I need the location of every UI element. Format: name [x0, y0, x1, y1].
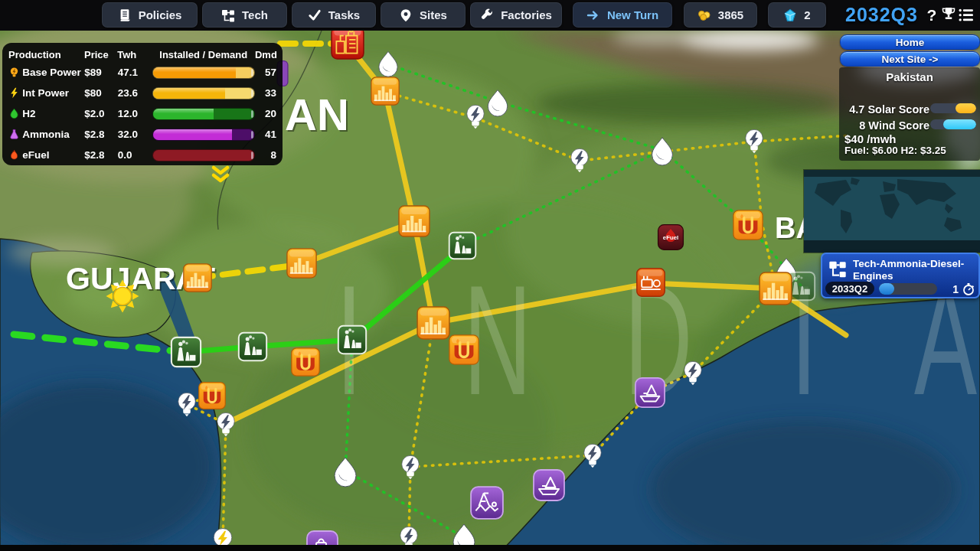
arrow-right-icon: [586, 8, 600, 22]
top-bar: 2032Q3 ? PoliciesTechTasksSitesFactories…: [0, 0, 980, 31]
pin-icon: [399, 8, 413, 22]
top-button-label: Tasks: [328, 8, 360, 21]
wind-score-label: 8 Wind Score: [859, 119, 929, 132]
drop-icon: [8, 108, 22, 120]
installed-demand-bar: [152, 149, 255, 161]
production-name: eFuel: [22, 149, 84, 161]
top-button-tasks[interactable]: Tasks: [292, 2, 376, 28]
top-button-tech[interactable]: Tech: [202, 2, 287, 28]
production-name: H2: [22, 108, 84, 119]
installed-demand-bar: [152, 129, 255, 141]
help-icon[interactable]: ?: [926, 6, 938, 24]
top-button-label: Policies: [139, 8, 182, 21]
map-icon-port[interactable]: [534, 470, 564, 500]
map-icon-mine[interactable]: [471, 487, 503, 519]
wind-score-bar: [930, 119, 976, 129]
trophy-icon[interactable]: [941, 6, 956, 23]
map-icon-city-demand[interactable]: [184, 264, 211, 292]
world-minimap[interactable]: [804, 170, 980, 253]
production-twh: 12.0: [118, 108, 152, 119]
top-button-label: Sites: [420, 8, 447, 21]
production-row: eFuel$2.80.08: [8, 145, 276, 165]
bulb-icon: [8, 67, 22, 79]
map-icon-efuel-plant[interactable]: eFuel: [658, 225, 684, 250]
production-row: Int Power$8023.633: [8, 83, 276, 103]
production-name: Int Power: [22, 87, 84, 99]
production-dmd: 20: [256, 108, 276, 119]
production-twh: 23.6: [118, 87, 152, 99]
header-twh: Twh: [117, 49, 152, 60]
map-icon-fuel-storage[interactable]: [449, 335, 479, 364]
wrench-icon: [480, 8, 494, 22]
production-twh: 47.1: [118, 67, 152, 78]
research-name-line1: Tech-Ammonia-Diesel-: [853, 258, 964, 269]
resource-research[interactable]: 2: [768, 2, 826, 28]
top-button-sites[interactable]: Sites: [381, 2, 466, 28]
research-eta: 2033Q2: [825, 282, 874, 295]
site-info-panel: Pakistan 4.7 Solar Score 8 Wind Score $4…: [839, 67, 980, 161]
top-button-label: Factories: [501, 8, 552, 21]
wind-bar-fill: [943, 119, 976, 129]
map-icon-city-demand[interactable]: [399, 206, 430, 236]
production-row: H2$2.012.020: [8, 103, 276, 124]
log-list-icon[interactable]: [958, 6, 975, 23]
research-progress-fill: [879, 283, 894, 295]
map-icon-fuel-storage[interactable]: [199, 383, 226, 409]
production-dmd: 41: [256, 129, 276, 140]
game-date: 2032Q3: [845, 4, 923, 26]
stopwatch-icon: [962, 282, 975, 296]
map-icon-refinery[interactable]: [332, 27, 364, 59]
resource-value: 3865: [718, 8, 743, 21]
research-panel[interactable]: Tech-Ammonia-Diesel- Engines 2033Q2 1: [821, 253, 980, 298]
svg-text:eFuel: eFuel: [663, 234, 678, 241]
site-power-price: $40 /mwh: [844, 132, 897, 145]
map-icon-city-demand[interactable]: [371, 77, 399, 105]
research-queue-count: 1: [952, 283, 959, 295]
site-fuel-prices: Fuel: $6.00 H2: $3.25: [844, 145, 946, 156]
map-icon-h2-plant[interactable]: [172, 337, 201, 367]
production-price: $2.8: [84, 129, 117, 140]
map-icon-fuel-storage[interactable]: [733, 210, 763, 240]
research-progress-bar: [879, 283, 937, 295]
map-icon-generator-plant[interactable]: [637, 269, 665, 296]
gem-icon: [783, 8, 797, 22]
map-icon-h2-plant[interactable]: [239, 333, 266, 360]
map-icon-city-demand[interactable]: [417, 307, 449, 339]
next-site-button[interactable]: Next Site ->: [840, 51, 980, 67]
home-button[interactable]: Home: [840, 34, 980, 50]
top-button-factories[interactable]: Factories: [470, 2, 562, 28]
production-price: $2.8: [84, 149, 117, 161]
map-icon-city-demand[interactable]: [760, 272, 792, 305]
solar-bar-fill: [956, 103, 976, 113]
map-icon-city-demand[interactable]: [287, 249, 316, 278]
map-icon-port[interactable]: [635, 378, 665, 407]
top-button-new-turn[interactable]: New Turn: [573, 2, 672, 28]
production-name: Base Power: [22, 67, 84, 78]
map-icon-fuel-storage[interactable]: [292, 348, 319, 376]
check-icon: [308, 8, 322, 22]
production-twh: 0.0: [118, 149, 152, 161]
bottom-bar: [0, 545, 980, 551]
top-button-label: Tech: [242, 8, 268, 21]
installed-demand-bar: [152, 87, 255, 99]
flame-icon: [8, 149, 22, 161]
production-header: ProductionPriceTwhInstalled / DemandDmd: [8, 47, 276, 62]
tech-tree-icon: [828, 259, 847, 278]
production-twh: 32.0: [118, 129, 152, 140]
map-label: AN: [285, 90, 349, 139]
header-dmd: Dmd: [255, 49, 276, 60]
resource-value: 2: [804, 8, 810, 21]
map-icon-h2-plant[interactable]: [449, 233, 476, 259]
resource-money[interactable]: 3865: [684, 2, 757, 28]
production-price: $80: [84, 87, 117, 99]
header-production: Production: [8, 49, 84, 60]
map-icon-h2-plant[interactable]: [338, 326, 366, 354]
map-icon-solar-site[interactable]: [106, 280, 139, 313]
production-dmd: 33: [256, 87, 276, 99]
top-button-policies[interactable]: Policies: [102, 2, 198, 28]
coins-icon: [697, 8, 711, 22]
bolt-icon: [8, 87, 22, 99]
scroll-icon: [118, 8, 132, 22]
production-panel: ProductionPriceTwhInstalled / DemandDmdB…: [2, 43, 283, 165]
site-name: Pakistan: [839, 70, 980, 83]
